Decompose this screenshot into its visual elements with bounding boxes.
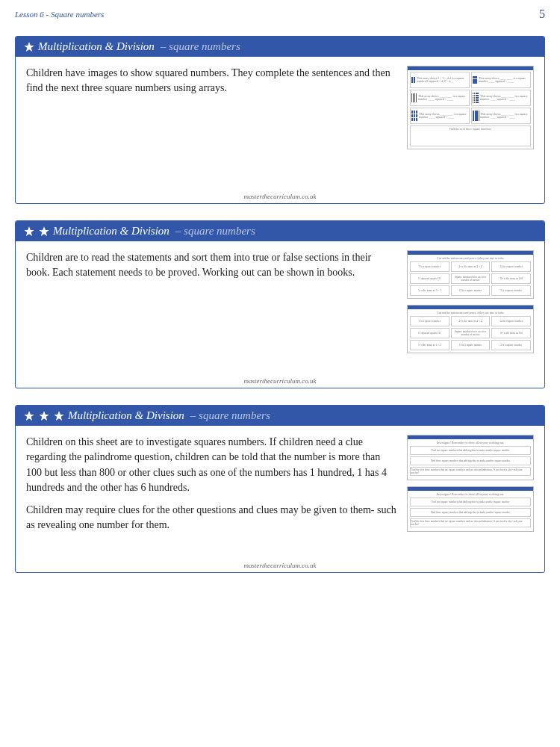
worksheet-thumbnail: Investigate! Remember to show all of you… — [407, 486, 534, 532]
svg-marker-0 — [24, 42, 34, 52]
card-title-prefix: Multiplication & Division — [68, 409, 184, 422]
difficulty-card-3: Multiplication & Division – square numbe… — [15, 405, 545, 573]
page-number: 5 — [539, 7, 545, 21]
svg-marker-2 — [39, 226, 49, 236]
footer-url: masterthecurriculum.co.uk — [16, 560, 544, 572]
card-header: Multiplication & Division – square numbe… — [16, 406, 544, 426]
svg-marker-5 — [54, 411, 63, 421]
card-text: Children are to read the statements and … — [26, 250, 396, 371]
difficulty-card-2: Multiplication & Division – square numbe… — [15, 220, 545, 388]
star-icon — [53, 410, 65, 422]
footer-url: masterthecurriculum.co.uk — [16, 376, 544, 388]
svg-marker-3 — [24, 411, 34, 421]
star-icon — [23, 226, 35, 238]
worksheet-thumbnails: Investigate! Remember to show all of you… — [407, 435, 534, 556]
card-text: Children on this sheet are to investigat… — [26, 435, 396, 556]
star-icon — [38, 410, 50, 422]
star-icon — [23, 41, 35, 53]
card-header: Multiplication & Division – square numbe… — [16, 221, 544, 241]
card-title-suffix: – square numbers — [190, 409, 270, 422]
difficulty-card-1: Multiplication & Division – square numbe… — [15, 36, 545, 204]
star-icon — [23, 410, 35, 422]
worksheet-thumbnail: Investigate! Remember to show all of you… — [407, 435, 534, 480]
page-header: Lesson 6 - Square numbers 5 — [15, 7, 545, 21]
worksheet-thumbnails: Cut out the statements and prove if they… — [407, 250, 534, 371]
card-title-suffix: – square numbers — [161, 40, 240, 53]
lesson-title: Lesson 6 - Square numbers — [15, 10, 104, 19]
svg-marker-1 — [24, 226, 34, 236]
card-text: Children have images to show squared num… — [26, 66, 396, 187]
worksheet-thumbnail: This array shows 2 × 2 = 4 4 is a square… — [407, 66, 534, 149]
card-title-suffix: – square numbers — [175, 225, 255, 238]
worksheet-thumbnail: Cut out the statements and prove if they… — [407, 305, 534, 353]
worksheet-thumbnail: Cut out the statements and prove if they… — [407, 250, 534, 299]
footer-url: masterthecurriculum.co.uk — [16, 191, 544, 203]
card-header: Multiplication & Division – square numbe… — [16, 37, 544, 57]
svg-marker-4 — [39, 411, 49, 421]
card-title-prefix: Multiplication & Division — [38, 40, 155, 53]
card-title-prefix: Multiplication & Division — [53, 225, 169, 238]
star-icon — [38, 226, 50, 238]
worksheet-thumbnails: This array shows 2 × 2 = 4 4 is a square… — [407, 66, 534, 187]
